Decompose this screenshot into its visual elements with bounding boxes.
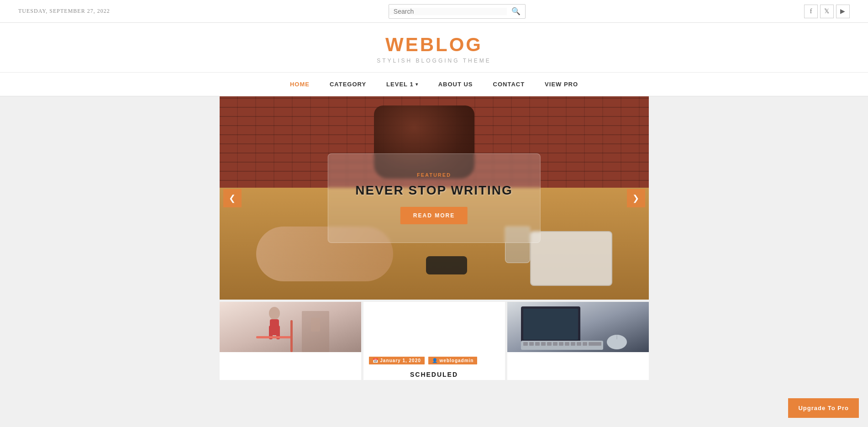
upgrade-button[interactable]: Upgrade To Pro — [788, 398, 859, 418]
nav-item-level1[interactable]: LEVEL 1 ▾ — [376, 73, 428, 96]
svg-rect-24 — [577, 342, 581, 346]
svg-rect-25 — [583, 342, 587, 346]
svg-rect-22 — [565, 342, 569, 346]
slider-prev-button[interactable]: ❮ — [223, 189, 242, 207]
hero-slider: FEATURED NEVER STOP WRITING READ MORE ❮ … — [220, 96, 649, 300]
svg-rect-11 — [523, 309, 578, 340]
top-bar: TUESDAY, SEPTEMBER 27, 2022 🔍 f 𝕏 ▶ — [0, 0, 868, 23]
featured-label: FEATURED — [355, 172, 513, 178]
card-author-tag: 👤 weblogadmin — [428, 357, 478, 364]
scene-tablet — [530, 231, 612, 286]
site-header: WEBLOG STYLISH BLOGGING THEME — [0, 23, 868, 73]
date-display: TUESDAY, SEPTEMBER 27, 2022 — [18, 8, 110, 15]
search-input[interactable] — [389, 8, 507, 15]
svg-rect-23 — [571, 342, 575, 346]
svg-rect-26 — [589, 342, 601, 346]
card-2-title: SCHEDULED — [363, 368, 505, 380]
site-title: WEBLOG — [0, 34, 868, 56]
svg-rect-5 — [256, 336, 293, 338]
hero-title: NEVER STOP WRITING — [355, 183, 513, 198]
chevron-left-icon: ❮ — [229, 193, 236, 203]
read-more-button[interactable]: READ MORE — [400, 207, 468, 224]
site-subtitle: STYLISH BLOGGING THEME — [0, 58, 868, 64]
search-box: 🔍 — [389, 4, 526, 19]
calendar-icon: 📅 — [373, 358, 379, 363]
card-3-image — [507, 302, 649, 352]
social-icons: f 𝕏 ▶ — [804, 5, 850, 18]
user-icon: 👤 — [432, 358, 438, 363]
search-icon: 🔍 — [511, 7, 521, 16]
svg-rect-18 — [541, 342, 546, 346]
content-wrapper: FEATURED NEVER STOP WRITING READ MORE ❮ … — [220, 96, 649, 380]
facebook-icon[interactable]: f — [804, 5, 818, 18]
svg-rect-8 — [311, 318, 320, 332]
svg-rect-17 — [535, 342, 540, 346]
twitter-icon[interactable]: 𝕏 — [820, 5, 834, 18]
slider-next-button[interactable]: ❯ — [627, 189, 645, 207]
card-2-placeholder — [363, 302, 505, 352]
nav-item-contact[interactable]: CONTACT — [483, 73, 535, 96]
card-2: 📅 January 1, 2020 👤 weblogadmin SCHEDULE… — [363, 302, 505, 380]
chevron-right-icon: ❯ — [632, 193, 639, 203]
search-button[interactable]: 🔍 — [507, 7, 525, 16]
card-2-meta: 📅 January 1, 2020 👤 weblogadmin — [363, 352, 505, 368]
cards-row: 📅 January 1, 2020 👤 weblogadmin SCHEDULE… — [220, 302, 649, 380]
svg-point-1 — [269, 307, 280, 320]
nav-item-home[interactable]: HOME — [280, 73, 320, 96]
dropdown-arrow-icon: ▾ — [416, 82, 418, 87]
nav-item-viewpro[interactable]: VIEW PRO — [535, 73, 588, 96]
svg-rect-6 — [290, 320, 293, 352]
youtube-icon[interactable]: ▶ — [836, 5, 850, 18]
svg-rect-16 — [529, 342, 534, 346]
scene-phone — [426, 256, 467, 274]
card-1 — [220, 302, 361, 380]
svg-rect-21 — [559, 342, 563, 346]
card-date-tag: 📅 January 1, 2020 — [369, 357, 425, 364]
svg-rect-19 — [547, 342, 552, 346]
card-3 — [507, 302, 649, 380]
hero-overlay-card: FEATURED NEVER STOP WRITING READ MORE — [327, 153, 541, 243]
main-nav: HOME CATEGORY LEVEL 1 ▾ ABOUT US CONTACT… — [0, 73, 868, 96]
svg-rect-15 — [523, 342, 528, 346]
svg-rect-20 — [553, 342, 558, 346]
nav-item-category[interactable]: CATEGORY — [320, 73, 376, 96]
card-1-image — [220, 302, 361, 352]
nav-item-about[interactable]: ABOUT US — [428, 73, 483, 96]
